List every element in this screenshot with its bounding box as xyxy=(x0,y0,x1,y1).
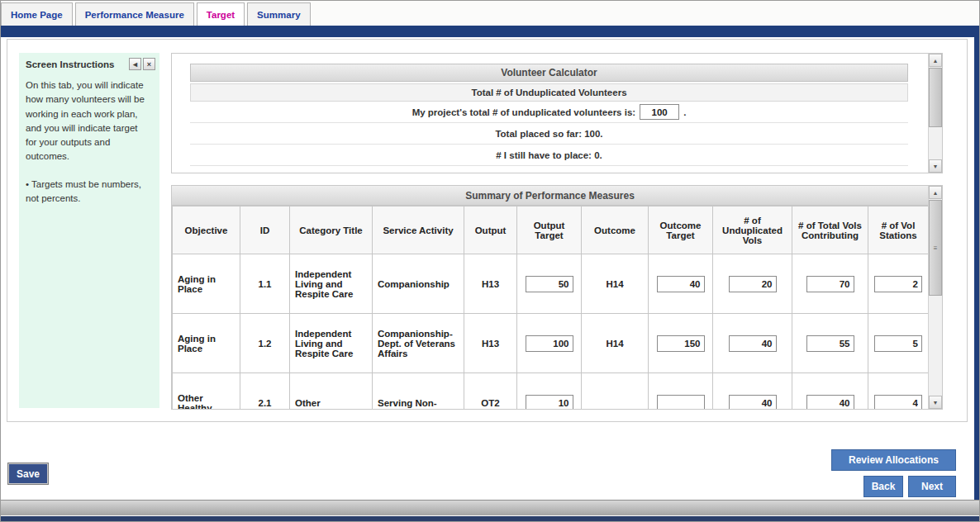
scroll-up-button[interactable]: ▲ xyxy=(929,186,942,199)
tab-summary[interactable]: Summary xyxy=(247,2,310,26)
bottom-accent-line xyxy=(1,516,979,521)
total-vols-input[interactable] xyxy=(806,276,854,292)
performance-measures-panel: Summary of Performance Measures Objectiv… xyxy=(171,185,943,410)
output-cell: H13 xyxy=(464,254,517,314)
scroll-up-button[interactable]: ▲ xyxy=(929,54,942,67)
output-target-input[interactable] xyxy=(526,276,573,292)
table-row: Aging in Place 1.2 Independent Living an… xyxy=(173,314,929,373)
column-header-output: Output xyxy=(464,206,517,254)
category-title-cell: Other xyxy=(290,373,373,410)
scroll-down-button[interactable]: ▼ xyxy=(929,396,942,409)
table-row: Other Healthy 2.1 Other Serving Non- OT2 xyxy=(173,373,929,410)
instructions-note: • Targets must be numbers, not percents. xyxy=(19,164,159,206)
scroll-up-icon: ▲ xyxy=(933,190,939,196)
outcome-target-input[interactable] xyxy=(657,335,705,352)
sentence-period: . xyxy=(683,107,686,117)
column-header-service-activity: Service Activity xyxy=(373,206,464,254)
total-placed-text: Total placed so far: 100. xyxy=(190,123,908,145)
output-target-input[interactable] xyxy=(526,335,573,352)
scroll-down-button[interactable]: ▼ xyxy=(929,159,942,173)
performance-measures-content: Summary of Performance Measures Objectiv… xyxy=(172,186,928,409)
close-icon: × xyxy=(147,60,151,69)
unduplicated-vols-input[interactable] xyxy=(729,276,777,292)
column-header-outcome: Outcome xyxy=(582,206,649,254)
column-header-total-vols: # of Total Vols Contributing xyxy=(792,206,868,254)
category-title-cell: Independent Living and Respite Care xyxy=(290,254,373,314)
tab-home-page[interactable]: Home Page xyxy=(1,2,73,26)
outcome-target-input[interactable] xyxy=(657,395,705,410)
scrollbar-grip-icon: ≡ xyxy=(934,244,938,252)
output-target-input[interactable] xyxy=(526,395,573,410)
vertical-scrollbar[interactable]: ▲ ▼ xyxy=(928,54,942,173)
tab-label: Summary xyxy=(257,10,300,20)
header-accent-bar xyxy=(1,26,979,37)
column-header-id: ID xyxy=(240,206,290,254)
review-allocations-button[interactable]: Review Allocations xyxy=(831,449,956,471)
column-header-outcome-target: Outcome Target xyxy=(649,206,713,254)
output-cell: H13 xyxy=(464,314,517,373)
total-vols-input[interactable] xyxy=(806,395,854,410)
unduplicated-volunteers-row: My project's total # of unduplicated vol… xyxy=(190,102,908,123)
instructions-text: On this tab, you will indicate how many … xyxy=(19,74,159,164)
back-button[interactable]: Back xyxy=(863,476,903,497)
calculator-subtitle: Total # of Unduplicated Volunteers xyxy=(190,83,908,102)
right-accent-strip xyxy=(974,26,979,500)
scroll-down-icon: ▼ xyxy=(933,400,939,406)
id-cell: 1.1 xyxy=(240,254,290,314)
id-cell: 1.2 xyxy=(240,314,290,373)
scrollbar-thumb[interactable] xyxy=(929,68,942,127)
screen-instructions-header: Screen Instructions ◄ × xyxy=(19,53,159,74)
category-title-cell: Independent Living and Respite Care xyxy=(290,314,373,373)
output-cell: OT2 xyxy=(464,373,517,410)
screen-instructions-title: Screen Instructions xyxy=(26,59,127,69)
unduplicated-vols-input[interactable] xyxy=(729,395,777,410)
service-activity-cell: Companionship xyxy=(373,254,464,314)
application-window: Home Page Performance Measure Target Sum… xyxy=(0,0,980,522)
outcome-cell: H14 xyxy=(582,314,649,373)
tab-target[interactable]: Target xyxy=(197,2,245,26)
save-button[interactable]: Save xyxy=(7,463,49,485)
column-header-vol-stations: # of Vol Stations xyxy=(868,206,929,254)
table-header-row: Objective ID Category Title Service Acti… xyxy=(173,206,929,254)
collapse-panel-button[interactable]: ◄ xyxy=(129,58,141,70)
status-bar xyxy=(1,500,979,515)
vol-stations-input[interactable] xyxy=(874,335,922,352)
id-cell: 2.1 xyxy=(240,373,290,410)
outcome-cell: H14 xyxy=(582,254,649,314)
tab-label: Performance Measure xyxy=(85,10,184,20)
performance-measures-table-viewport: Objective ID Category Title Service Acti… xyxy=(172,206,928,409)
vertical-scrollbar[interactable]: ▲ ≡ ▼ xyxy=(928,186,942,409)
outcome-cell xyxy=(582,373,649,410)
screen-instructions-panel: Screen Instructions ◄ × On this tab, you… xyxy=(19,53,159,408)
objective-cell: Other Healthy xyxy=(173,373,240,410)
column-header-unduplicated-vols: # of Unduplicated Vols xyxy=(713,206,792,254)
tab-performance-measure[interactable]: Performance Measure xyxy=(75,2,194,26)
scroll-down-icon: ▼ xyxy=(933,164,939,169)
tab-bar: Home Page Performance Measure Target Sum… xyxy=(1,1,979,26)
calculator-content: Volunteer Calculator Total # of Unduplic… xyxy=(172,54,928,173)
service-activity-cell: Companionship-Dept. of Veterans Affairs xyxy=(373,314,464,373)
outcome-target-input[interactable] xyxy=(657,276,705,292)
content-frame: Screen Instructions ◄ × On this tab, you… xyxy=(7,39,968,422)
column-header-objective: Objective xyxy=(173,206,240,254)
service-activity-cell: Serving Non- xyxy=(373,373,464,410)
objective-cell: Aging in Place xyxy=(173,314,240,373)
calculator-title: Volunteer Calculator xyxy=(190,64,908,82)
tab-label: Target xyxy=(207,10,235,20)
unduplicated-volunteers-input[interactable] xyxy=(640,104,679,120)
close-panel-button[interactable]: × xyxy=(143,58,155,70)
performance-measures-table: Objective ID Category Title Service Acti… xyxy=(172,206,928,409)
vol-stations-input[interactable] xyxy=(874,276,922,292)
back-next-group: Back Next xyxy=(863,476,956,497)
total-vols-input[interactable] xyxy=(806,335,854,352)
tab-label: Home Page xyxy=(11,10,63,20)
vol-stations-input[interactable] xyxy=(874,395,922,410)
remaining-to-place-text: # I still have to place: 0. xyxy=(190,145,908,166)
scrollbar-thumb[interactable]: ≡ xyxy=(929,200,942,296)
unduplicated-vols-input[interactable] xyxy=(729,335,777,352)
next-button[interactable]: Next xyxy=(908,476,956,497)
performance-measures-title: Summary of Performance Measures xyxy=(172,186,928,206)
arrow-left-icon: ◄ xyxy=(131,60,139,69)
scroll-up-icon: ▲ xyxy=(933,58,939,64)
volunteer-calculator-panel: Volunteer Calculator Total # of Unduplic… xyxy=(171,53,943,173)
